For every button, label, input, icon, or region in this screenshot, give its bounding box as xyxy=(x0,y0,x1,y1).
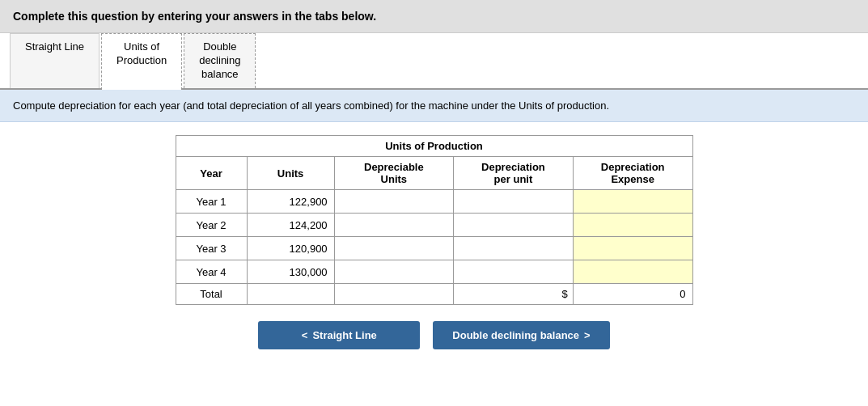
col-dep-units-header: DepreciableUnits xyxy=(334,157,453,190)
year-3-dep-units[interactable] xyxy=(334,237,453,260)
bottom-nav: Straight Line Double declining balance xyxy=(16,321,852,362)
year-2-dep-expense-input[interactable] xyxy=(574,214,692,236)
table-row-total: Total $ 0 xyxy=(176,284,692,305)
year-1-dep-expense-input[interactable] xyxy=(574,190,692,213)
total-dep-units-blank xyxy=(334,284,453,305)
next-button[interactable]: Double declining balance xyxy=(433,321,609,349)
total-label: Total xyxy=(176,284,247,305)
year-1-dep-expense[interactable] xyxy=(573,190,692,214)
tabs-container: Straight Line Units ofProduction Doubled… xyxy=(0,33,868,90)
total-units-blank xyxy=(247,284,334,305)
next-button-label: Double declining balance xyxy=(452,329,579,341)
year-2-dep-expense[interactable] xyxy=(573,214,692,237)
year-2-dep-units[interactable] xyxy=(334,214,453,237)
year-2-units: 124,200 xyxy=(247,214,334,237)
year-3-dep-expense-input[interactable] xyxy=(574,237,692,260)
year-3-dep-per-unit-input[interactable] xyxy=(454,237,573,260)
col-units-header: Units xyxy=(247,157,334,190)
instruction-box: Compute depreciation for each year (and … xyxy=(0,90,868,123)
prev-button-label: Straight Line xyxy=(312,329,376,341)
col-dep-expense-header: DepreciationExpense xyxy=(573,157,692,190)
year-4-dep-expense-input[interactable] xyxy=(574,260,692,283)
year-4-dep-per-unit[interactable] xyxy=(454,260,574,284)
year-1-dep-units[interactable] xyxy=(334,190,453,214)
col-dep-per-unit-header: Depreciationper unit xyxy=(454,157,574,190)
year-3-dep-units-input[interactable] xyxy=(335,237,453,260)
year-2-dep-per-unit-input[interactable] xyxy=(454,214,573,236)
year-4-dep-per-unit-input[interactable] xyxy=(454,260,573,283)
total-dollar-sign: $ xyxy=(454,284,574,305)
total-value: 0 xyxy=(573,284,692,305)
year-4-dep-units-input[interactable] xyxy=(335,260,453,283)
year-3-units: 120,900 xyxy=(247,237,334,260)
year-4-dep-units[interactable] xyxy=(334,260,453,284)
year-1-dep-per-unit[interactable] xyxy=(454,190,574,214)
top-banner: Complete this question by entering your … xyxy=(0,0,868,33)
year-2-dep-per-unit[interactable] xyxy=(454,214,574,237)
year-3-dep-expense[interactable] xyxy=(573,237,692,260)
tab-units-of-production[interactable]: Units ofProduction xyxy=(101,33,182,90)
year-2-label: Year 2 xyxy=(176,214,247,237)
year-3-dep-per-unit[interactable] xyxy=(454,237,574,260)
table-section-title: Units of Production xyxy=(176,136,692,157)
year-1-dep-per-unit-input[interactable] xyxy=(454,190,573,213)
year-1-label: Year 1 xyxy=(176,190,247,214)
table-row: Year 3 120,900 xyxy=(176,237,692,260)
table-row: Year 2 124,200 xyxy=(176,214,692,237)
year-3-label: Year 3 xyxy=(176,237,247,260)
table-row: Year 4 130,000 xyxy=(176,260,692,284)
table-section: Units of Production Year Units Depreciab… xyxy=(16,135,852,305)
year-4-label: Year 4 xyxy=(176,260,247,284)
year-4-dep-expense[interactable] xyxy=(573,260,692,284)
year-2-dep-units-input[interactable] xyxy=(335,214,453,236)
content-area: Units of Production Year Units Depreciab… xyxy=(0,122,868,375)
prev-button[interactable]: Straight Line xyxy=(258,321,420,349)
table-row: Year 1 122,900 xyxy=(176,190,692,214)
year-1-dep-units-input[interactable] xyxy=(335,190,453,213)
year-1-units: 122,900 xyxy=(247,190,334,214)
tab-straight-line[interactable]: Straight Line xyxy=(10,33,100,88)
year-4-units: 130,000 xyxy=(247,260,334,284)
tab-double-declining[interactable]: Doubledecliningbalance xyxy=(184,33,256,88)
col-year-header: Year xyxy=(176,157,247,190)
